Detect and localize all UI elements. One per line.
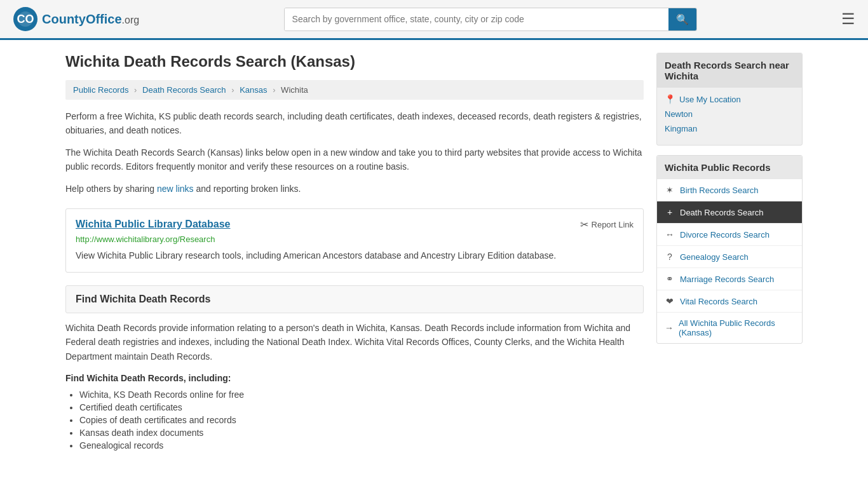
kingman-link[interactable]: Kingman [665, 124, 697, 133]
sidebar-nearby-content: 📍 Use My Location Newton Kingman [657, 88, 802, 145]
birth-records-search-link[interactable]: ✶ Birth Records Search [657, 179, 802, 201]
location-pin-icon: 📍 [665, 94, 675, 104]
search-area: 🔍 [284, 8, 697, 31]
vital-icon: ❤ [665, 296, 675, 306]
link-card-title[interactable]: Wichita Public Library Database [76, 219, 230, 230]
vital-records-search-link[interactable]: ❤ Vital Records Search [657, 290, 802, 313]
help-text: Help others by sharing new links and rep… [65, 182, 644, 196]
search-input-wrapper: 🔍 [284, 8, 697, 31]
nearby-newton: Newton [665, 109, 794, 119]
sidebar-public-title: Wichita Public Records [657, 156, 802, 179]
vital-records-label: Vital Records Search [680, 297, 757, 306]
breadcrumb-sep3: › [273, 85, 275, 95]
breadcrumb-death-records[interactable]: Death Records Search [142, 85, 226, 95]
use-my-location-link[interactable]: Use My Location [679, 95, 741, 104]
sidebar-public-records: Wichita Public Records ✶ Birth Records S… [656, 155, 803, 344]
divorce-records-label: Divorce Records Search [680, 230, 770, 240]
logo-icon: CO [13, 6, 38, 32]
scissors-icon: ✂ [580, 219, 588, 231]
sidebar-nearby-title: Death Records Search near Wichita [657, 53, 802, 88]
genealogy-label: Genealogy Search [680, 252, 749, 262]
find-list: Wichita, KS Death Records online for fre… [65, 390, 644, 451]
link-card-header: Wichita Public Library Database ✂ Report… [76, 219, 634, 231]
birth-icon: ✶ [665, 185, 675, 195]
birth-records-label: Birth Records Search [680, 186, 759, 195]
logo-area: CO CountyOffice.org [13, 6, 139, 32]
find-list-item-3: Copies of death certificates and records [79, 415, 644, 425]
find-body: Wichita Death Records provide informatio… [65, 321, 644, 459]
find-body-text: Wichita Death Records provide informatio… [65, 321, 644, 363]
sidebar: Death Records Search near Wichita 📍 Use … [656, 53, 803, 459]
marriage-icon: ⚭ [665, 274, 675, 284]
report-link-label: Report Link [592, 220, 634, 229]
divorce-records-search-link[interactable]: ↔ Divorce Records Search [657, 224, 802, 246]
all-records-label: All Wichita Public Records (Kansas) [679, 318, 794, 337]
help-suffix: and reporting broken links. [194, 184, 301, 194]
arrow-right-icon: → [665, 323, 674, 333]
death-records-search-link[interactable]: + Death Records Search [657, 201, 802, 224]
description-2: The Wichita Death Records Search (Kansas… [65, 146, 644, 174]
breadcrumb-wichita: Wichita [281, 85, 308, 95]
sidebar-nearby: Death Records Search near Wichita 📍 Use … [656, 53, 803, 146]
link-description: View Wichita Public Library research too… [76, 249, 634, 262]
breadcrumb-sep2: › [231, 85, 234, 95]
link-url[interactable]: http://www.wichitalibrary.org/Research [76, 234, 634, 244]
genealogy-icon: ? [665, 252, 675, 262]
find-sub-title: Find Wichita Death Records, including: [65, 371, 644, 385]
divorce-icon: ↔ [665, 229, 675, 240]
find-list-item-4: Kansas death index documents [79, 428, 644, 438]
link-card: Wichita Public Library Database ✂ Report… [65, 208, 644, 273]
main-container: Wichita Death Records Search (Kansas) Pu… [53, 40, 815, 472]
breadcrumb: Public Records › Death Records Search › … [65, 80, 644, 100]
use-location-item: 📍 Use My Location [665, 94, 794, 104]
all-records-link[interactable]: → All Wichita Public Records (Kansas) [657, 313, 802, 343]
report-link-button[interactable]: ✂ Report Link [580, 219, 634, 231]
search-icon: 🔍 [676, 14, 689, 25]
newton-link[interactable]: Newton [665, 109, 693, 119]
death-records-label: Death Records Search [680, 208, 764, 217]
new-links-link[interactable]: new links [157, 184, 194, 194]
find-list-item-5: Genealogical records [79, 440, 644, 451]
svg-text:CO: CO [17, 13, 34, 25]
find-section: Find Wichita Death Records [65, 285, 644, 313]
genealogy-search-link[interactable]: ? Genealogy Search [657, 246, 802, 268]
search-input[interactable] [285, 8, 668, 30]
content-area: Wichita Death Records Search (Kansas) Pu… [65, 53, 644, 459]
logo-text: CountyOffice.org [42, 12, 139, 27]
find-list-item-2: Certified death certificates [79, 402, 644, 412]
header: CO CountyOffice.org 🔍 ☰ [0, 0, 868, 40]
page-title: Wichita Death Records Search (Kansas) [65, 53, 644, 71]
find-section-title: Find Wichita Death Records [76, 294, 634, 305]
find-list-item-1: Wichita, KS Death Records online for fre… [79, 390, 644, 400]
search-button[interactable]: 🔍 [668, 8, 696, 30]
help-prefix: Help others by sharing [65, 184, 157, 194]
breadcrumb-public-records[interactable]: Public Records [73, 85, 128, 95]
breadcrumb-kansas[interactable]: Kansas [240, 85, 267, 95]
marriage-records-search-link[interactable]: ⚭ Marriage Records Search [657, 268, 802, 290]
menu-icon[interactable]: ☰ [841, 10, 855, 28]
description-1: Perform a free Wichita, KS public death … [65, 109, 644, 138]
nearby-kingman: Kingman [665, 124, 794, 133]
death-plus-icon: + [665, 207, 675, 217]
breadcrumb-sep1: › [134, 85, 137, 95]
marriage-records-label: Marriage Records Search [680, 274, 774, 284]
